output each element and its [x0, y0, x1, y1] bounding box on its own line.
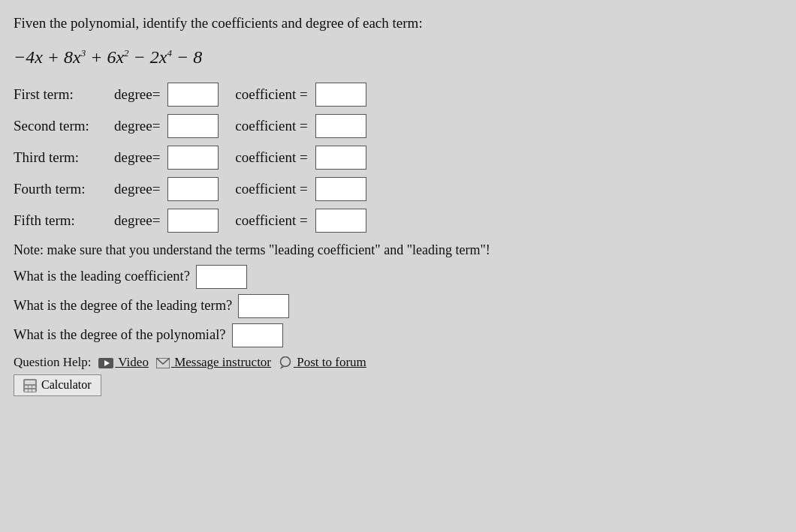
- svg-rect-8: [29, 386, 32, 388]
- fifth-term-degree-input[interactable]: [167, 209, 219, 233]
- envelope-icon: [156, 355, 174, 369]
- fifth-coeff-label: coefficient =: [235, 212, 307, 229]
- question-help-bar: Question Help: Video Message instructor: [14, 355, 775, 370]
- poly-degree-text: What is the degree of the polynomial?: [14, 327, 226, 343]
- third-term-label: Third term:: [14, 149, 111, 166]
- second-coeff-label: coefficient =: [235, 118, 307, 134]
- leading-coeff-question-text: What is the leading coefficient?: [14, 269, 190, 284]
- video-link[interactable]: Video: [98, 355, 148, 370]
- term-row-first: First term: degree= coefficient =: [14, 83, 775, 107]
- fifth-term-label: Fifth term:: [14, 212, 111, 229]
- first-degree-label: degree=: [114, 86, 160, 103]
- poly-degree-input[interactable]: [232, 323, 283, 347]
- fourth-term-coeff-input[interactable]: [315, 177, 366, 201]
- post-to-forum-link[interactable]: Post to forum: [279, 355, 366, 370]
- note-text: Note: make sure that you understand the …: [14, 240, 775, 260]
- calc-grid-icon: [23, 378, 37, 392]
- third-term-degree-input[interactable]: [167, 146, 219, 170]
- fourth-coeff-label: coefficient =: [235, 181, 307, 197]
- svg-rect-12: [32, 389, 35, 392]
- svg-rect-7: [25, 386, 28, 388]
- second-term-degree-input[interactable]: [167, 114, 219, 138]
- first-term-coeff-input[interactable]: [315, 83, 366, 107]
- svg-rect-10: [25, 389, 28, 392]
- message-instructor-link[interactable]: Message instructor: [156, 355, 271, 370]
- fourth-term-degree-input[interactable]: [167, 177, 219, 201]
- calculator-button[interactable]: Calculator: [14, 374, 101, 396]
- main-content: Fiven the polynomial, identify the coeff…: [0, 0, 796, 410]
- instruction-text: Fiven the polynomial, identify the coeff…: [14, 14, 775, 34]
- fifth-degree-label: degree=: [114, 212, 160, 229]
- svg-rect-11: [29, 389, 32, 392]
- video-link-label: Video: [118, 355, 149, 369]
- video-icon: [98, 355, 118, 369]
- term-row-fifth: Fifth term: degree= coefficient =: [14, 209, 775, 233]
- second-term-coeff-input[interactable]: [315, 114, 366, 138]
- svg-rect-6: [25, 380, 35, 384]
- first-coeff-label: coefficient =: [235, 86, 307, 103]
- third-degree-label: degree=: [114, 149, 160, 166]
- polynomial-display: −4x + 8x3 + 6x2 − 2x4 − 8: [14, 46, 775, 69]
- first-term-label: First term:: [14, 86, 111, 103]
- leading-coeff-input[interactable]: [196, 265, 247, 289]
- post-to-forum-label: Post to forum: [297, 355, 366, 369]
- third-coeff-label: coefficient =: [235, 149, 307, 166]
- poly-degree-question: What is the degree of the polynomial?: [14, 323, 775, 347]
- second-degree-label: degree=: [114, 118, 160, 134]
- leading-term-degree-question: What is the degree of the leading term?: [14, 294, 775, 318]
- message-instructor-label: Message instructor: [174, 355, 271, 369]
- third-term-coeff-input[interactable]: [315, 146, 366, 170]
- leading-term-degree-input[interactable]: [238, 294, 289, 318]
- svg-rect-9: [32, 386, 35, 388]
- post-icon: [279, 355, 297, 369]
- calculator-label: Calculator: [41, 378, 92, 392]
- fourth-term-label: Fourth term:: [14, 181, 111, 197]
- fifth-term-coeff-input[interactable]: [315, 209, 366, 233]
- term-row-fourth: Fourth term: degree= coefficient =: [14, 177, 775, 201]
- second-term-label: Second term:: [14, 118, 111, 134]
- first-term-degree-input[interactable]: [167, 83, 219, 107]
- term-row-third: Third term: degree= coefficient =: [14, 146, 775, 170]
- help-label: Question Help:: [14, 355, 91, 370]
- fourth-degree-label: degree=: [114, 181, 160, 197]
- svg-point-3: [281, 357, 291, 367]
- leading-coeff-question: What is the leading coefficient?: [14, 265, 775, 289]
- leading-term-degree-text: What is the degree of the leading term?: [14, 298, 232, 314]
- term-row-second: Second term: degree= coefficient =: [14, 114, 775, 138]
